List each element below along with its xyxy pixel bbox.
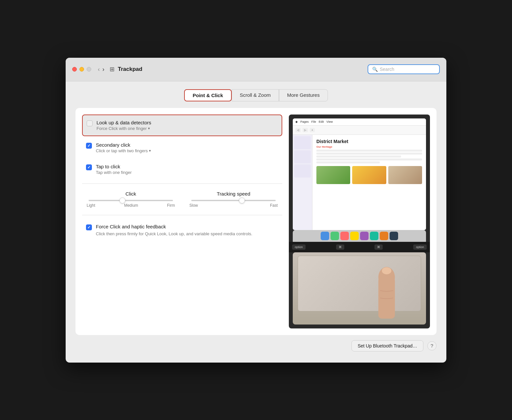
window: ‹ › ⊞ Trackpad 🔍 Point & Click Scroll & … — [66, 58, 446, 363]
tick-firm: Firm — [167, 203, 175, 208]
checkmark-secondary: ✓ — [87, 143, 91, 148]
titlebar: ‹ › ⊞ Trackpad 🔍 — [66, 58, 446, 81]
doc-title: District Market — [316, 139, 422, 144]
tab-more-gestures[interactable]: More Gestures — [279, 89, 328, 101]
tick-light: Light — [87, 203, 95, 208]
mac-doc-area: District Market Our Heritage — [293, 135, 426, 230]
checkbox-wrap-force: ✓ — [86, 224, 92, 230]
checkbox-secondary[interactable]: ✓ — [86, 143, 92, 149]
setting-sublabel-tap: Tap with one finger — [96, 170, 278, 175]
finger-svg — [367, 265, 406, 325]
setting-row-force-click: ✓ Force Click and haptic feedback Click … — [82, 219, 282, 242]
checkbox-force[interactable]: ✓ — [86, 224, 92, 230]
click-slider-fill — [89, 200, 122, 201]
window-title: Trackpad — [118, 66, 368, 73]
search-input[interactable] — [380, 67, 435, 72]
checkbox-lookup[interactable] — [87, 120, 93, 126]
mac-dock — [293, 230, 426, 242]
dock-icon-5 — [360, 232, 369, 240]
click-slider-group: Click Light Medium Firm — [86, 191, 176, 208]
setting-desc-force: Click then press firmly for Quick Look, … — [96, 231, 252, 237]
setting-info-lookup: Look up & data detectors Force Click wit… — [96, 120, 278, 131]
checkbox-wrap-lookup — [87, 120, 93, 126]
click-slider-track — [89, 200, 173, 201]
tick-fast: Fast — [270, 203, 278, 208]
tick-slow: Slow — [189, 203, 198, 208]
footer: Set Up Bluetooth Trackpad… ? — [75, 335, 437, 353]
bluetooth-button[interactable]: Set Up Bluetooth Trackpad… — [352, 340, 423, 351]
menu-view: View — [327, 120, 333, 123]
checkbox-wrap-secondary: ✓ — [86, 143, 92, 149]
setting-label-secondary: Secondary click — [96, 142, 278, 148]
dock-icon-7 — [380, 232, 388, 240]
divider-1 — [82, 183, 282, 184]
doc-images-row — [316, 166, 422, 184]
tab-bar: Point & Click Scroll & Zoom More Gesture… — [75, 89, 437, 101]
menu-file: File — [311, 120, 316, 123]
main-area: Look up & data detectors Force Click wit… — [75, 108, 437, 335]
text-line-3 — [316, 156, 401, 158]
preview-panel: ◆ Pages File Edit View ◁ ▷ + — [289, 115, 430, 328]
tracking-slider-group: Tracking speed Slow Fast — [189, 191, 278, 208]
checkbox-tap[interactable]: ✓ — [86, 164, 92, 170]
click-slider-label: Click — [86, 191, 176, 197]
setting-info-secondary: Secondary click Click or tap with two fi… — [96, 142, 278, 153]
tracking-slider-thumb[interactable] — [239, 198, 245, 203]
setting-sublabel-lookup: Force Click with one finger ▾ — [96, 126, 278, 131]
dock-icon-3 — [340, 232, 349, 240]
setting-info-tap: Tap to click Tap with one finger — [96, 164, 278, 175]
nav-arrows: ‹ › — [98, 66, 104, 73]
sliders-row: Click Light Medium Firm — [86, 191, 278, 208]
tab-point-click[interactable]: Point & Click — [184, 89, 232, 101]
mac-sidebar-mini — [293, 135, 312, 230]
mac-toolbar-mini: ◁ ▷ + — [293, 126, 426, 135]
content: Point & Click Scroll & Zoom More Gesture… — [66, 81, 446, 363]
dock-icon-4 — [350, 232, 359, 240]
text-line-2 — [316, 153, 422, 155]
tracking-slider-ticks: Slow Fast — [189, 203, 278, 208]
setting-info-force: Force Click and haptic feedback Click th… — [96, 224, 252, 237]
text-line-5 — [316, 161, 380, 163]
trackpad-preview — [293, 252, 426, 325]
mac-menubar: ◆ Pages File Edit View — [293, 118, 426, 126]
menu-pages: Pages — [300, 120, 309, 123]
grid-icon: ⊞ — [110, 66, 115, 73]
close-button[interactable] — [72, 67, 77, 72]
sidebar-thumb-2 — [294, 150, 311, 163]
doc-image-1 — [316, 166, 350, 184]
mac-main-content: District Market Our Heritage — [312, 135, 426, 230]
help-button[interactable]: ? — [427, 341, 437, 350]
checkbox-wrap-tap: ✓ — [86, 164, 92, 170]
touchbar-option-left: option — [292, 244, 306, 250]
tracking-slider-track — [191, 200, 276, 201]
search-box: 🔍 — [368, 64, 440, 74]
touchbar: option ⌘ ⌘ option — [289, 242, 430, 252]
touchbar-cmd-right: ⌘ — [374, 244, 383, 250]
back-arrow[interactable]: ‹ — [98, 66, 100, 73]
svg-point-2 — [382, 267, 392, 274]
click-slider-ticks: Light Medium Firm — [86, 203, 176, 208]
settings-panel: Look up & data detectors Force Click wit… — [82, 115, 282, 328]
setting-label-lookup: Look up & data detectors — [96, 120, 278, 125]
search-icon: 🔍 — [372, 67, 378, 72]
maximize-button[interactable] — [87, 67, 91, 72]
chevron-icon-secondary: ▾ — [149, 149, 151, 153]
tab-scroll-zoom[interactable]: Scroll & Zoom — [232, 89, 279, 101]
click-slider-thumb[interactable] — [119, 198, 125, 203]
setting-row-lookup: Look up & data detectors Force Click wit… — [82, 115, 282, 136]
divider-2 — [82, 215, 282, 215]
toolbar-add: + — [310, 128, 315, 132]
minimize-button[interactable] — [79, 67, 84, 72]
dock-icon-1 — [321, 232, 329, 240]
setting-label-force: Force Click and haptic feedback — [96, 224, 252, 229]
forward-arrow[interactable]: › — [102, 66, 104, 73]
doc-subtitle: Our Heritage — [316, 145, 422, 148]
traffic-lights — [72, 67, 91, 72]
tick-medium: Medium — [124, 203, 138, 208]
dock-icon-8 — [390, 232, 398, 240]
setting-sublabel-secondary: Click or tap with two fingers ▾ — [96, 148, 278, 153]
tracking-slider-fill — [191, 200, 242, 201]
menu-apple: ◆ — [295, 120, 298, 123]
toolbar-btn-1: ◁ — [295, 128, 301, 132]
setting-label-tap: Tap to click — [96, 164, 278, 169]
